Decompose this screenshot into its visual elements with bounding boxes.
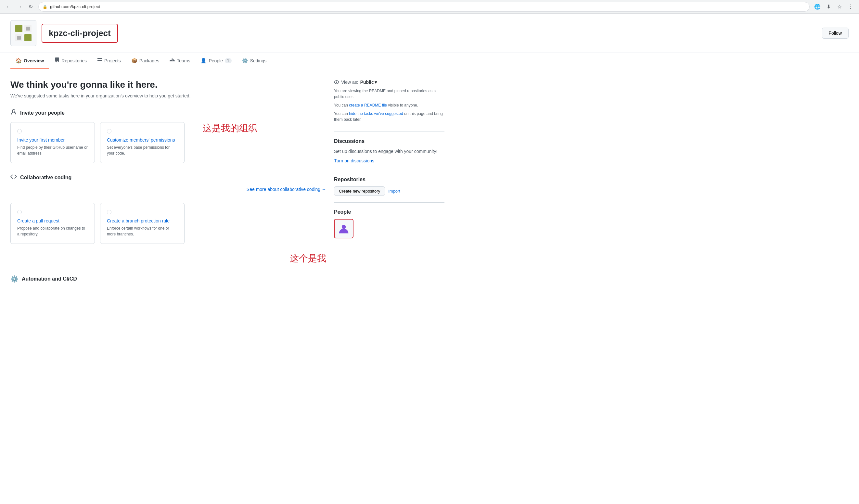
tab-packages[interactable]: 📦 Packages [126, 53, 164, 69]
svg-point-8 [342, 225, 346, 229]
page: kpzc-cli-project Follow 🏠 Overview Repos… [0, 14, 859, 504]
invite-section-header: Invite your people [10, 109, 326, 117]
see-more-coding-link[interactable]: See more about collaborative coding → [246, 187, 326, 192]
view-as-row: View as: Public ▾ [334, 79, 444, 85]
invite-section: Invite your people Invite your first mem… [10, 109, 326, 163]
import-link[interactable]: Import [388, 189, 400, 194]
branch-protection-radio [107, 210, 111, 214]
tab-settings-label: Settings [250, 58, 267, 63]
tab-packages-label: Packages [139, 58, 159, 63]
projects-icon [97, 58, 102, 64]
teams-icon [170, 58, 175, 64]
welcome-subtitle: We've suggested some tasks here in your … [10, 93, 326, 98]
desc2-suffix: visible to anyone. [387, 103, 418, 107]
tab-repositories-label: Repositories [61, 58, 87, 63]
pull-request-desc: Propose and collaborate on changes to a … [17, 225, 88, 237]
left-panel: We think you're gonna like it here. We'v… [10, 79, 326, 293]
view-as-desc-3: You can hide the tasks we've suggested o… [334, 111, 444, 122]
invite-section-title: Invite your people [20, 110, 65, 116]
automation-section-header: ⚙️ Automation and CI/CD [10, 275, 326, 283]
discussions-section: Discussions Set up discussions to engage… [334, 138, 444, 170]
view-as-section: View as: Public ▾ You are viewing the RE… [334, 79, 444, 132]
view-as-label: View as: [341, 79, 358, 85]
invite-icon [10, 109, 17, 117]
download-button[interactable]: ⬇ [824, 2, 833, 11]
invite-member-link[interactable]: Invite your first member [17, 137, 88, 142]
settings-icon: ⚙️ [242, 58, 248, 64]
invite-task-cards: Invite your first member Find people by … [10, 122, 326, 163]
lock-icon: 🔒 [43, 4, 47, 9]
repo-actions: Create new repository Import [334, 186, 444, 196]
org-logo-svg [14, 24, 33, 43]
invite-member-radio [17, 129, 22, 134]
turn-on-discussions-link[interactable]: Turn on discussions [334, 158, 374, 163]
tab-projects[interactable]: Projects [92, 53, 126, 69]
translate-button[interactable]: 🌐 [813, 2, 822, 11]
org-header: kpzc-cli-project Follow [0, 14, 859, 53]
hide-tasks-link[interactable]: hide the tasks we've suggested [349, 111, 403, 116]
desc3-prefix: You can [334, 111, 349, 116]
customize-permissions-link[interactable]: Customize members' permissions [107, 137, 178, 142]
view-as-desc-2: You can create a README file visible to … [334, 102, 444, 108]
people-sidebar-section: People [334, 209, 444, 245]
automation-icon: ⚙️ [10, 275, 18, 283]
reload-button[interactable]: ↻ [26, 2, 35, 11]
people-sidebar-title: People [334, 209, 444, 215]
tab-teams[interactable]: Teams [164, 53, 195, 69]
automation-section-title: Automation and CI/CD [22, 276, 77, 282]
svg-rect-4 [17, 27, 21, 31]
eye-icon [334, 79, 339, 85]
home-icon: 🏠 [16, 58, 22, 64]
tab-projects-label: Projects [104, 58, 121, 63]
tab-overview[interactable]: 🏠 Overview [10, 53, 49, 69]
follow-button[interactable]: Follow [822, 28, 849, 39]
tab-people-label: People [209, 58, 223, 63]
org-avatar [10, 20, 36, 46]
people-icon: 👤 [200, 58, 207, 64]
main-content: We think you're gonna like it here. We'v… [0, 69, 455, 304]
browser-nav: ← → ↻ [4, 2, 35, 11]
customize-permissions-radio [107, 129, 111, 134]
task-card-invite-member[interactable]: Invite your first member Find people by … [10, 122, 95, 163]
people-badge: 1 [225, 58, 232, 63]
view-as-select[interactable]: Public ▾ [360, 79, 377, 85]
task-card-customize-permissions[interactable]: Customize members' permissions Set every… [100, 122, 184, 163]
coding-section: Collaborative coding See more about coll… [10, 173, 326, 265]
discussions-desc: Set up discussions to engage with your c… [334, 148, 444, 155]
tab-overview-label: Overview [24, 58, 44, 63]
welcome-title: We think you're gonna like it here. [10, 79, 326, 90]
bookmark-button[interactable]: ☆ [835, 2, 844, 11]
back-button[interactable]: ← [4, 2, 13, 11]
forward-button[interactable]: → [15, 2, 24, 11]
browser-actions: 🌐 ⬇ ☆ ⋮ [813, 2, 855, 11]
extensions-button[interactable]: ⋮ [846, 2, 855, 11]
task-card-pull-request[interactable]: Create a pull request Propose and collab… [10, 203, 95, 244]
automation-section: ⚙️ Automation and CI/CD [10, 275, 326, 283]
dropdown-arrow-icon: ▾ [375, 79, 377, 85]
address-bar[interactable]: 🔒 github.com/kpzc-cli-project [38, 2, 810, 12]
repositories-sidebar-section: Repositories Create new repository Impor… [334, 177, 444, 203]
task-card-branch-protection[interactable]: Create a branch protection rule Enforce … [100, 203, 184, 244]
right-panel: View as: Public ▾ You are viewing the RE… [334, 79, 444, 293]
create-readme-link[interactable]: create a README file [349, 103, 387, 107]
view-as-value: Public [360, 79, 374, 85]
discussions-title: Discussions [334, 138, 444, 144]
customize-permissions-desc: Set everyone's base permissions for your… [107, 144, 178, 156]
people-avatar[interactable] [334, 219, 353, 238]
chinese-text-2: 这个是我 [290, 252, 326, 265]
coding-section-title: Collaborative coding [20, 175, 72, 181]
view-as-desc-1: You are viewing the README and pinned re… [334, 88, 444, 100]
branch-protection-link[interactable]: Create a branch protection rule [107, 218, 178, 224]
coding-section-header: Collaborative coding [10, 173, 326, 182]
tab-people[interactable]: 👤 People 1 [195, 53, 237, 69]
tab-settings[interactable]: ⚙️ Settings [237, 53, 272, 69]
pull-request-link[interactable]: Create a pull request [17, 218, 88, 224]
browser-chrome: ← → ↻ 🔒 github.com/kpzc-cli-project 🌐 ⬇ … [0, 0, 859, 14]
tab-teams-label: Teams [177, 58, 190, 63]
pull-request-radio [17, 210, 22, 214]
create-repository-button[interactable]: Create new repository [334, 186, 385, 196]
tab-repositories[interactable]: Repositories [49, 53, 92, 69]
coding-task-cards: Create a pull request Propose and collab… [10, 203, 326, 244]
repositories-sidebar-title: Repositories [334, 177, 444, 183]
chinese-text-1: 这是我的组织 [190, 122, 257, 135]
